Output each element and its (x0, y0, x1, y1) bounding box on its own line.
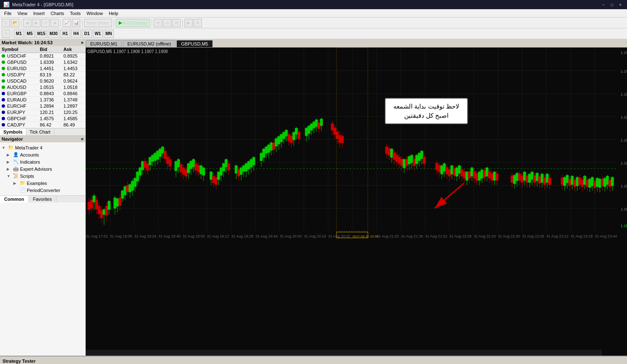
market-watch-row[interactable]: GBPCHF 1.4575 1.4585 (0, 116, 85, 122)
favorites-tab[interactable]: Favorites (29, 196, 56, 202)
crosshair-button[interactable]: ✛ (2, 30, 10, 38)
symbol-dot (2, 79, 5, 83)
tf-h1[interactable]: H1 (60, 30, 70, 38)
bottom-panel: Strategy Tester Expert Advisor 2 MA Cros… (0, 356, 627, 364)
market-watch-row[interactable]: USDCHF 0.8921 0.8925 (0, 53, 85, 59)
back-button[interactable]: ◀ (23, 19, 31, 27)
nav-accounts[interactable]: ▶ 👤 Accounts (0, 151, 85, 158)
play-button[interactable]: ▶ (184, 19, 193, 27)
symbols-tab[interactable]: Symbols (0, 129, 26, 135)
svg-rect-372 (584, 176, 586, 185)
tf-mn[interactable]: MN (104, 30, 114, 38)
open-button[interactable]: 📂 (11, 19, 19, 27)
nav-scripts[interactable]: ▼ 📜 Scripts (0, 172, 85, 179)
svg-rect-242 (388, 149, 390, 155)
svg-rect-342 (536, 173, 538, 181)
menu-help[interactable]: Help (106, 10, 121, 17)
common-tab[interactable]: Common (0, 196, 29, 202)
svg-text:1.1915: 1.1915 (621, 115, 627, 119)
market-watch-row[interactable]: CADJPY 86.42 86.49 (0, 122, 85, 128)
menu-insert[interactable]: Insert (31, 10, 47, 17)
symbol-cell: EURGBP (0, 91, 38, 97)
svg-rect-366 (576, 177, 579, 186)
svg-rect-167 (235, 166, 237, 173)
svg-rect-201 (283, 132, 285, 139)
symbol-dot (2, 104, 5, 108)
tick-chart-tab[interactable]: Tick Chart (26, 129, 54, 135)
svg-rect-332 (523, 172, 526, 180)
svg-rect-292 (461, 169, 463, 176)
tab-gbpusd-m5[interactable]: GBPUSD,M5 (176, 40, 213, 47)
line-chart-button[interactable]: 📈 (63, 19, 71, 27)
menu-window[interactable]: Window (84, 10, 105, 17)
new-button[interactable]: 🗋 (2, 19, 10, 27)
refresh-button[interactable]: ↺ (41, 19, 50, 27)
tf-m1[interactable]: M1 (14, 30, 24, 38)
chart-horizontal-scrollbar[interactable] (86, 350, 602, 356)
nav-period-converter[interactable]: 📄 PeriodConverter (0, 187, 85, 194)
grid-button[interactable]: ⊞ (172, 19, 181, 27)
tf-m30[interactable]: M30 (48, 30, 59, 38)
tab-eurusd-m2[interactable]: EURUSD,M2 (offline) (123, 40, 176, 47)
market-watch-row[interactable]: EURAUD 1.3736 1.3748 (0, 97, 85, 103)
menu-view[interactable]: View (15, 10, 30, 17)
tf-h4[interactable]: H4 (71, 30, 81, 38)
nav-expert-advisors[interactable]: ▶ 🤖 Expert Advisors (0, 165, 85, 172)
market-watch-close[interactable]: × (81, 40, 84, 45)
close-button[interactable]: × (617, 2, 624, 8)
svg-rect-338 (531, 172, 533, 179)
menu-charts[interactable]: Charts (48, 10, 66, 17)
nav-indicators[interactable]: ▶ 📉 Indicators (0, 158, 85, 165)
menu-file[interactable]: File (2, 10, 14, 17)
svg-rect-318 (493, 172, 496, 180)
symbol-cell: GBPUSD (0, 59, 38, 66)
navigator-close[interactable]: × (81, 136, 84, 142)
svg-rect-362 (571, 176, 573, 185)
expand-icon7 (13, 188, 18, 192)
symbol-cell: USDJPY (0, 72, 38, 78)
zoom-out-button[interactable]: ⊖ (163, 19, 171, 27)
stop-button[interactable]: ■ (51, 19, 59, 27)
market-watch-row[interactable]: EURJPY 120.21 120.25 (0, 109, 85, 116)
svg-text:1.1900: 1.1900 (621, 184, 627, 188)
forward-button[interactable]: ▶ (32, 19, 41, 27)
autotrading-button[interactable]: ▶ AutoTrading (116, 19, 150, 27)
market-watch-row[interactable]: USDJPY 83.19 83.22 (0, 72, 85, 78)
market-watch-row[interactable]: GBPUSD 1.6339 1.6342 (0, 59, 85, 66)
svg-rect-133 (182, 168, 185, 174)
tf-m5[interactable]: M5 (25, 30, 35, 38)
chart-canvas[interactable]: GBPUSD,M5 1.1907 1.1908 1.1907 1.1908 (86, 48, 627, 356)
menu-tools[interactable]: Tools (67, 10, 83, 17)
maximize-button[interactable]: □ (609, 2, 615, 8)
tab-eurusd-m1[interactable]: EURUSD,M1 (86, 40, 122, 47)
market-watch-row[interactable]: EURGBP 0.8843 0.8846 (0, 91, 85, 97)
zoom-in-button[interactable]: ⊕ (154, 19, 162, 27)
svg-rect-67 (93, 196, 95, 202)
stop2-button[interactable]: ⏸ (194, 19, 202, 27)
svg-rect-101 (139, 168, 141, 175)
tf-m15[interactable]: M15 (36, 30, 47, 38)
menubar: File View Insert Charts Tools Window Hel… (0, 9, 627, 18)
title-text: 📊 MetaTrader 4 - [GBPUSD,M5] (3, 2, 73, 8)
market-watch-row[interactable]: USDCAD 0.9620 0.9624 (0, 78, 85, 84)
svg-rect-324 (513, 175, 516, 184)
svg-text:1.1890: 1.1890 (621, 224, 627, 228)
nav-metatrader4[interactable]: ▼ 📁 MetaTrader 4 (0, 144, 85, 151)
nav-examples[interactable]: ▶ 📁 Examples (0, 179, 85, 187)
tf-w1[interactable]: W1 (93, 30, 103, 38)
minimize-button[interactable]: − (600, 2, 607, 8)
market-watch-row[interactable]: EURUSD 1.4451 1.4453 (0, 66, 85, 72)
separator6 (182, 19, 183, 27)
bar-chart-button[interactable]: 📊 (72, 19, 80, 27)
separator5 (152, 19, 152, 27)
market-watch-row[interactable]: AUDUSD 1.0515 1.0518 (0, 84, 85, 91)
svg-rect-121 (164, 151, 166, 159)
svg-rect-360 (568, 179, 571, 186)
svg-rect-221 (313, 122, 315, 128)
svg-rect-127 (175, 162, 177, 171)
market-watch-row[interactable]: EURCHF 1.2894 1.2897 (0, 103, 85, 109)
tf-d1[interactable]: D1 (82, 30, 92, 38)
new-order-button[interactable]: New Order (84, 19, 112, 27)
sep (12, 30, 12, 38)
svg-rect-163 (225, 159, 227, 167)
